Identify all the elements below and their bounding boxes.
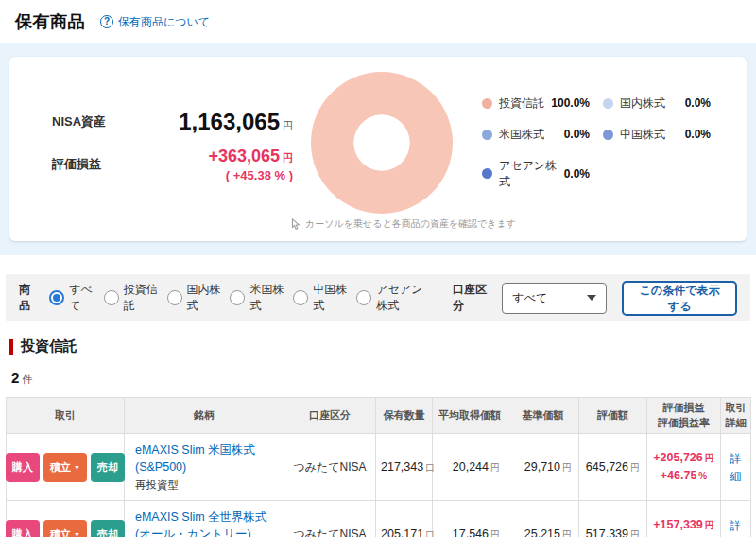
value-cell: 517,339円 bbox=[579, 501, 647, 537]
nisa-asset-label: NISA資産 bbox=[52, 113, 106, 130]
table-header-row: 取引 銘柄 口座区分 保有数量 平均取得価額 基準価額 評価額 評価損益 評価損… bbox=[7, 398, 751, 434]
col-name: 銘柄 bbox=[125, 398, 284, 434]
chevron-down-icon: ▼ bbox=[74, 464, 80, 471]
hover-hint-text: カーソルを乗せると各商品の資産を確認できます bbox=[305, 217, 516, 231]
col-pl: 評価損益 評価損益率 bbox=[647, 398, 721, 434]
legend-item-kokunai: 国内株式 0.0% bbox=[603, 95, 711, 112]
buy-button[interactable]: 購入 bbox=[6, 453, 40, 482]
nav-cell: 25,215円 bbox=[507, 501, 579, 537]
product-filter-label: 商品 bbox=[19, 282, 38, 314]
legend-label: 投資信託 bbox=[499, 95, 544, 112]
legend-dot-icon bbox=[482, 98, 492, 109]
donut-chart[interactable] bbox=[311, 72, 453, 214]
avg-price-cell: 20,244円 bbox=[433, 434, 507, 501]
radio-all[interactable]: すべて bbox=[49, 282, 95, 314]
legend-value: 0.0% bbox=[564, 128, 590, 141]
table-row: 購入 積立▼ 売却 eMAXIS Slim 全世界株式(オール・カントリー) 再… bbox=[7, 501, 751, 537]
filter-bar: 商品 すべて 投資信託 国内株式 米国株式 中国株式 アセアン株式 口座区分 す… bbox=[6, 274, 750, 321]
radio-us-stock[interactable]: 米国株式 bbox=[230, 282, 284, 314]
radio-asean-stock[interactable]: アセアン株式 bbox=[356, 282, 431, 314]
col-nav: 基準価額 bbox=[507, 398, 579, 434]
cursor-icon bbox=[289, 218, 301, 231]
legend-value: 0.0% bbox=[685, 128, 711, 141]
hover-hint: カーソルを乗せると各商品の資産を確認できます bbox=[289, 217, 516, 231]
detail-link[interactable]: 詳細 bbox=[730, 519, 742, 537]
asset-block: NISA資産 1,163,065円 評価損益 +363,065円 ( +45.3… bbox=[9, 109, 293, 182]
apply-filter-button[interactable]: この条件で表示する bbox=[622, 281, 737, 316]
legend-item-chugoku: 中国株式 0.0% bbox=[603, 127, 711, 143]
quantity-cell: 217,343口 bbox=[376, 434, 433, 501]
radio-label: 中国株式 bbox=[313, 282, 348, 314]
fund-link[interactable]: eMAXIS Slim 米国株式(S&P500) bbox=[135, 442, 273, 476]
legend-label: アセアン株式 bbox=[499, 158, 558, 190]
col-avg-price: 平均取得価額 bbox=[433, 398, 507, 434]
summary-card: NISA資産 1,163,065円 評価損益 +363,065円 ( +45.3… bbox=[9, 57, 747, 241]
legend-label: 米国株式 bbox=[499, 127, 544, 143]
pl-label: 評価損益 bbox=[52, 156, 101, 173]
radio-button-icon bbox=[104, 290, 119, 305]
col-value: 評価額 bbox=[579, 398, 647, 434]
sell-button[interactable]: 売却 bbox=[91, 453, 125, 482]
col-detail: 取引 詳細 bbox=[721, 398, 751, 434]
fund-type: 再投資型 bbox=[135, 478, 273, 493]
radio-domestic-stock[interactable]: 国内株式 bbox=[167, 282, 222, 314]
col-trade: 取引 bbox=[7, 398, 125, 434]
legend-value: 0.0% bbox=[685, 96, 711, 110]
fund-link[interactable]: eMAXIS Slim 全世界株式(オール・カントリー) bbox=[135, 509, 273, 537]
radio-button-icon bbox=[167, 290, 182, 305]
detail-link[interactable]: 詳細 bbox=[730, 452, 742, 483]
radio-button-icon bbox=[356, 290, 371, 305]
result-count: 2件 bbox=[11, 370, 745, 387]
legend-label: 国内株式 bbox=[620, 95, 665, 112]
section-bar-icon bbox=[9, 339, 13, 355]
radio-label: 米国株式 bbox=[249, 282, 284, 314]
legend-value: 0.0% bbox=[564, 167, 590, 181]
help-link[interactable]: ? 保有商品について bbox=[100, 14, 210, 30]
page-title: 保有商品 bbox=[15, 10, 85, 33]
legend-item-asean: アセアン株式 0.0% bbox=[482, 158, 590, 190]
section-title: 投資信託 bbox=[21, 338, 77, 355]
legend-dot-icon bbox=[482, 168, 492, 179]
pl-cell: +157,339円 +43.70% bbox=[647, 501, 721, 537]
buy-button[interactable]: 購入 bbox=[6, 520, 40, 537]
legend-dot-icon bbox=[482, 130, 492, 140]
account-type-cell: つみたてNISA bbox=[284, 434, 376, 501]
donut-column bbox=[293, 72, 471, 214]
nav-cell: 29,710円 bbox=[507, 434, 579, 501]
question-icon: ? bbox=[100, 15, 113, 28]
radio-button-icon bbox=[293, 290, 308, 305]
nisa-asset-value: 1,163,065円 bbox=[179, 109, 293, 135]
legend-label: 中国株式 bbox=[620, 127, 665, 143]
chart-legend: 投資信託 100.0% 国内株式 0.0% 米国株式 0.0% 中国株式 0.0… bbox=[471, 95, 747, 190]
page-header: 保有商品 ? 保有商品について bbox=[0, 0, 756, 43]
summary-band: NISA資産 1,163,065円 評価損益 +363,065円 ( +45.3… bbox=[0, 43, 756, 255]
radio-label: すべて bbox=[69, 282, 95, 314]
yen-unit: 円 bbox=[283, 120, 293, 131]
legend-value: 100.0% bbox=[551, 96, 590, 110]
col-quantity: 保有数量 bbox=[376, 398, 433, 434]
tsumitate-button[interactable]: 積立▼ bbox=[43, 520, 87, 537]
tsumitate-button[interactable]: 積立▼ bbox=[43, 453, 87, 482]
legend-item-toushishintaku: 投資信託 100.0% bbox=[482, 95, 590, 112]
pl-cell: +205,726円 +46.75% bbox=[647, 434, 721, 501]
legend-dot-icon bbox=[603, 130, 613, 140]
avg-price-cell: 17,546円 bbox=[433, 501, 507, 537]
pl-value: +363,065 bbox=[208, 147, 280, 165]
chevron-down-icon: ▼ bbox=[74, 531, 80, 537]
chevron-down-icon bbox=[587, 295, 596, 301]
radio-label: 国内株式 bbox=[187, 282, 222, 314]
value-cell: 645,726円 bbox=[579, 434, 647, 501]
radio-label: アセアン株式 bbox=[376, 282, 431, 314]
help-link-label: 保有商品について bbox=[118, 14, 210, 30]
col-account: 口座区分 bbox=[284, 398, 376, 434]
account-type-label: 口座区分 bbox=[453, 282, 490, 314]
pl-percent: ( +45.38 % ) bbox=[208, 168, 293, 182]
section-header: 投資信託 bbox=[9, 338, 747, 355]
radio-china-stock[interactable]: 中国株式 bbox=[293, 282, 348, 314]
radio-button-icon bbox=[49, 290, 64, 305]
sell-button[interactable]: 売却 bbox=[91, 520, 125, 537]
radio-fund[interactable]: 投資信託 bbox=[104, 282, 159, 314]
account-select[interactable]: すべて bbox=[502, 283, 607, 314]
yen-unit: 円 bbox=[283, 152, 293, 164]
legend-item-beikoku: 米国株式 0.0% bbox=[482, 127, 590, 143]
